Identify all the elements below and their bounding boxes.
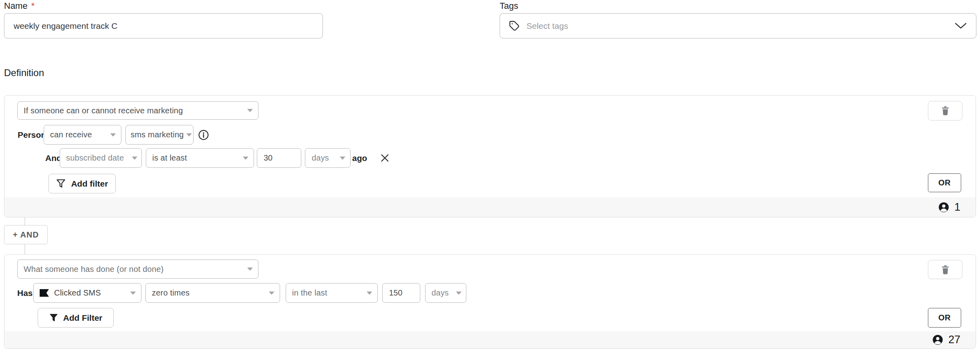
add-filter-label-1: Add filter [71, 179, 108, 189]
segment-definition-page: Name * Tags Select tags Definition + AND… [0, 0, 980, 354]
name-label: Name * [4, 1, 34, 11]
consent-action-value: can receive [50, 130, 92, 139]
consent-channel-select[interactable]: sms marketing [125, 125, 194, 145]
amount-input-1[interactable] [257, 148, 301, 168]
chevron-down-icon [954, 22, 967, 29]
unit-value-1: days [312, 153, 329, 163]
condition-group-1: If someone can or cannot receive marketi… [4, 95, 976, 217]
group-1-footer: 1 [4, 197, 976, 217]
caret-down-icon [340, 157, 345, 160]
caret-down-icon [247, 268, 253, 271]
profile-count-2: 27 [948, 334, 960, 346]
property-select[interactable]: subscribed date [60, 148, 142, 168]
delete-group-2-button[interactable] [928, 260, 962, 279]
condition-group-2: What someone has done (or not done) Has … [4, 254, 976, 349]
caret-down-icon [367, 292, 372, 295]
operator-select[interactable]: is at least [146, 148, 254, 168]
frequency-value: zero times [152, 288, 190, 298]
caret-down-icon [456, 292, 462, 295]
metric-value: Clicked SMS [54, 288, 101, 298]
add-filter-label-2: Add Filter [63, 313, 103, 323]
caret-down-icon [243, 157, 248, 160]
tag-icon [509, 20, 520, 31]
profile-count-1: 1 [954, 201, 960, 213]
or-button-1[interactable]: OR [928, 173, 961, 192]
tags-label: Tags [500, 1, 518, 11]
condition-type-value-2: What someone has done (or not done) [24, 265, 163, 274]
funnel-outline-icon [56, 179, 66, 189]
delete-group-1-button[interactable] [928, 101, 962, 121]
info-icon[interactable] [198, 130, 209, 140]
unit-value-2: days [432, 288, 449, 298]
definition-heading: Definition [4, 67, 44, 78]
metric-select[interactable]: Clicked SMS [33, 283, 141, 303]
close-icon[interactable] [379, 153, 390, 163]
group-2-footer: 27 [4, 331, 976, 348]
name-input[interactable] [4, 13, 323, 38]
caret-down-icon [269, 292, 274, 295]
ago-label: ago [352, 148, 367, 168]
has-label: Has [17, 283, 33, 303]
tags-select[interactable]: Select tags [500, 13, 976, 38]
caret-down-icon [110, 133, 116, 137]
and-label: And [45, 148, 62, 168]
flag-icon [40, 289, 49, 297]
property-value: subscribed date [66, 153, 124, 163]
trash-icon [941, 106, 950, 115]
or-button-2[interactable]: OR [928, 308, 961, 328]
caret-down-icon [186, 133, 192, 137]
frequency-select[interactable]: zero times [145, 283, 280, 303]
caret-down-icon [130, 292, 136, 295]
or-label-2: OR [938, 313, 951, 322]
caret-down-icon [247, 109, 253, 112]
caret-down-icon [132, 157, 137, 160]
operator-value: is at least [152, 153, 187, 163]
add-and-button[interactable]: + AND [4, 225, 48, 244]
tags-placeholder: Select tags [526, 21, 568, 31]
amount-input-2[interactable] [382, 283, 420, 303]
condition-type-select-1[interactable]: If someone can or cannot receive marketi… [17, 101, 258, 120]
timeframe-value: in the last [292, 288, 327, 298]
condition-type-select-2[interactable]: What someone has done (or not done) [17, 259, 258, 279]
timeframe-select[interactable]: in the last [286, 283, 378, 303]
funnel-filled-icon [49, 313, 58, 322]
person-label: Person [18, 125, 46, 145]
required-asterisk: * [31, 1, 35, 11]
condition-type-value-1: If someone can or cannot receive marketi… [24, 106, 183, 115]
unit-select-2[interactable]: days [425, 283, 466, 303]
name-label-text: Name [4, 1, 28, 11]
unit-select-1[interactable]: days [305, 148, 351, 168]
add-filter-button-2[interactable]: Add Filter [38, 308, 114, 328]
consent-action-select[interactable]: can receive [44, 125, 121, 145]
or-label-1: OR [938, 178, 951, 187]
add-and-label: + AND [13, 230, 39, 239]
person-circle-icon [932, 334, 943, 345]
person-circle-icon [938, 202, 949, 213]
trash-icon [941, 265, 950, 274]
add-filter-button-1[interactable]: Add filter [48, 174, 116, 193]
consent-channel-value: sms marketing [131, 130, 184, 139]
